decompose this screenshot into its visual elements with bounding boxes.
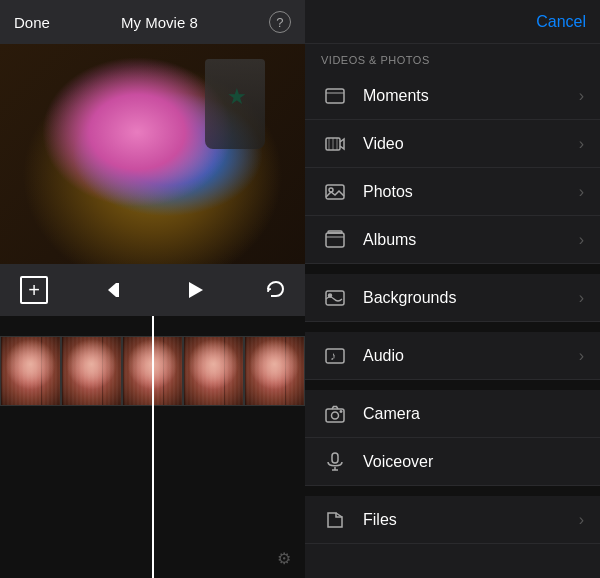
files-label: Files — [363, 511, 579, 529]
movie-title: My Movie 8 — [121, 14, 198, 31]
svg-text:♪: ♪ — [330, 349, 336, 363]
left-panel: Done My Movie 8 ? + — [0, 0, 305, 578]
svg-rect-19 — [332, 453, 338, 463]
divider-2 — [305, 322, 600, 332]
timeline-clip-1[interactable] — [0, 336, 61, 406]
menu-item-albums[interactable]: Albums › — [305, 216, 600, 264]
backgrounds-chevron: › — [579, 289, 584, 307]
menu-item-camera[interactable]: Camera — [305, 390, 600, 438]
done-button[interactable]: Done — [14, 14, 50, 31]
moments-chevron: › — [579, 87, 584, 105]
menu-item-moments[interactable]: Moments › — [305, 72, 600, 120]
files-chevron: › — [579, 511, 584, 529]
timeline-clip-2[interactable] — [61, 336, 122, 406]
albums-chevron: › — [579, 231, 584, 249]
video-chevron: › — [579, 135, 584, 153]
audio-chevron: › — [579, 347, 584, 365]
voiceover-label: Voiceover — [363, 453, 584, 471]
timeline-clip-4[interactable] — [183, 336, 244, 406]
svg-rect-11 — [328, 231, 342, 233]
backgrounds-icon — [321, 284, 349, 312]
cancel-button[interactable]: Cancel — [536, 13, 586, 31]
menu-item-voiceover[interactable]: Voiceover — [305, 438, 600, 486]
right-header: Cancel — [305, 0, 600, 44]
photos-icon — [321, 178, 349, 206]
svg-rect-12 — [326, 291, 344, 305]
svg-rect-10 — [326, 233, 344, 247]
video-preview — [0, 44, 305, 264]
divider-3 — [305, 380, 600, 390]
albums-label: Albums — [363, 231, 579, 249]
backgrounds-label: Backgrounds — [363, 289, 579, 307]
albums-icon — [321, 226, 349, 254]
timeline-clip-5[interactable] — [244, 336, 305, 406]
photos-chevron: › — [579, 183, 584, 201]
svg-point-17 — [332, 412, 339, 419]
svg-rect-1 — [116, 283, 119, 297]
camera-icon — [321, 400, 349, 428]
svg-point-13 — [329, 294, 332, 297]
video-label: Video — [363, 135, 579, 153]
video-icon — [321, 130, 349, 158]
files-icon — [321, 506, 349, 534]
menu-item-files[interactable]: Files › — [305, 496, 600, 544]
divider-1 — [305, 264, 600, 274]
svg-marker-0 — [108, 283, 116, 297]
voiceover-icon — [321, 448, 349, 476]
rewind-button[interactable] — [105, 279, 127, 301]
menu-item-video[interactable]: Video › — [305, 120, 600, 168]
moments-icon — [321, 82, 349, 110]
playhead — [152, 316, 154, 578]
audio-label: Audio — [363, 347, 579, 365]
menu-item-backgrounds[interactable]: Backgrounds › — [305, 274, 600, 322]
menu-item-audio[interactable]: ♪ ♪ Audio › — [305, 332, 600, 380]
play-button[interactable] — [184, 279, 206, 301]
svg-rect-3 — [326, 89, 344, 103]
right-panel: Cancel VIDEOS & PHOTOS Moments › — [305, 0, 600, 578]
menu-item-photos[interactable]: Photos › — [305, 168, 600, 216]
menu-list: VIDEOS & PHOTOS Moments › — [305, 44, 600, 578]
audio-icon: ♪ ♪ — [321, 342, 349, 370]
add-button[interactable]: + — [20, 276, 48, 304]
moments-label: Moments — [363, 87, 579, 105]
divider-4 — [305, 486, 600, 496]
top-bar: Done My Movie 8 ? — [0, 0, 305, 44]
photos-label: Photos — [363, 183, 579, 201]
svg-point-18 — [340, 410, 342, 412]
controls-bar: + — [0, 264, 305, 316]
camera-label: Camera — [363, 405, 584, 423]
settings-icon[interactable]: ⚙ — [277, 549, 291, 568]
section-label: VIDEOS & PHOTOS — [305, 44, 600, 72]
timeline[interactable]: ⚙ — [0, 316, 305, 578]
undo-button[interactable] — [263, 279, 285, 301]
svg-marker-2 — [189, 282, 203, 298]
preview-image — [0, 44, 305, 264]
help-button[interactable]: ? — [269, 11, 291, 33]
svg-rect-8 — [326, 185, 344, 199]
